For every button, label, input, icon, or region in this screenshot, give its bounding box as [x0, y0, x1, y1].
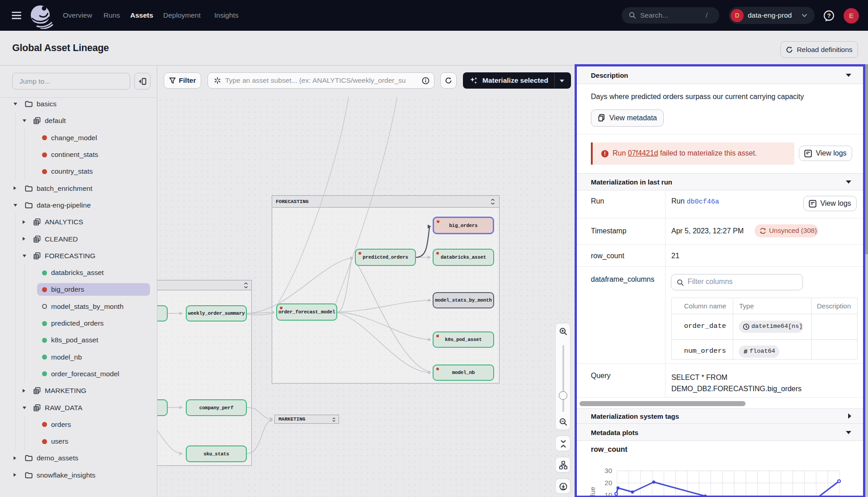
svg-text:10: 10 [604, 491, 612, 497]
svg-text:20: 20 [604, 479, 612, 487]
svg-text:?: ? [827, 12, 830, 19]
svg-text:Value: Value [589, 487, 596, 497]
svg-text:30: 30 [604, 467, 612, 474]
